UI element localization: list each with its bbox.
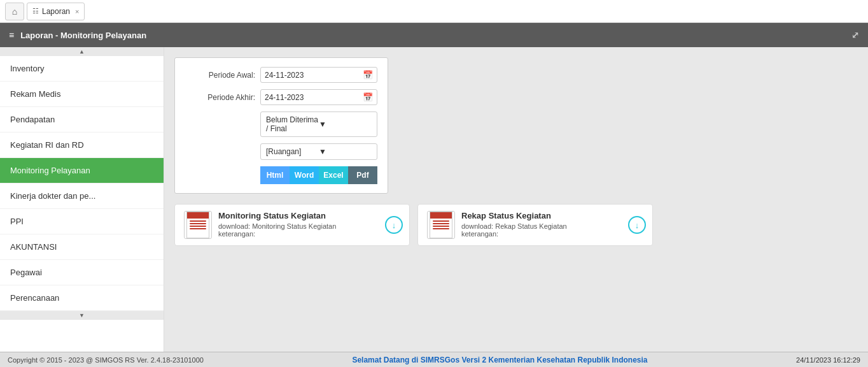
sidebar-scroll-up[interactable]: ▲ bbox=[0, 47, 164, 56]
sidebar-item-inventory[interactable]: Inventory bbox=[0, 56, 164, 82]
sidebar-item-pendapatan[interactable]: Pendapatan bbox=[0, 107, 164, 133]
laporan-tab[interactable]: ☷ Laporan × bbox=[27, 3, 85, 20]
card2-download: download: Rekap Status Kegiatan bbox=[461, 222, 643, 230]
card1-download: download: Monitoring Status Kegiatan bbox=[218, 222, 400, 230]
sidebar-item-rekam-medis[interactable]: Rekam Medis bbox=[0, 82, 164, 107]
status-dropdown[interactable]: Belum Diterima / Final ▼ bbox=[260, 112, 377, 137]
periode-awal-input-wrap: 📅 bbox=[260, 67, 377, 83]
sidebar-item-perencanaan[interactable]: Perencanaan bbox=[0, 285, 164, 311]
sidebar-item-kegiatan-ri-rd[interactable]: Kegiatan RI dan RD bbox=[0, 133, 164, 158]
card1-note: keterangan: bbox=[218, 230, 400, 238]
sidebar-label-kegiatan-ri-rd: Kegiatan RI dan RD bbox=[10, 140, 84, 150]
ruangan-dropdown[interactable]: [Ruangan] ▼ bbox=[260, 143, 377, 160]
card1-red-bar bbox=[187, 212, 209, 219]
tab-doc-icon: ☷ bbox=[32, 7, 39, 15]
sidebar-item-pegawai[interactable]: Pegawai bbox=[0, 260, 164, 285]
card2-text: Rekap Status Kegiatan download: Rekap St… bbox=[461, 211, 643, 238]
button-row: Html Word Excel Pdf bbox=[185, 166, 377, 184]
footer: Copyright © 2015 - 2023 @ SIMGOS RS Ver.… bbox=[0, 352, 868, 367]
sidebar-label-akuntansi: AKUNTANSI bbox=[10, 242, 57, 252]
card2-red-bar bbox=[430, 212, 452, 219]
periode-awal-row: Periode Awal: 📅 bbox=[185, 67, 377, 83]
pdf-button[interactable]: Pdf bbox=[348, 166, 377, 184]
status-dropdown-arrow: ▼ bbox=[319, 120, 372, 129]
cards-section: Monitoring Status Kegiatan download: Mon… bbox=[174, 204, 653, 246]
sidebar-item-ppi[interactable]: PPI bbox=[0, 209, 164, 234]
expand-icon[interactable]: ⤢ bbox=[851, 30, 859, 40]
form-section: Periode Awal: 📅 Periode Akhir: 📅 bbox=[174, 57, 388, 194]
html-button[interactable]: Html bbox=[260, 166, 290, 184]
dropdown2-row: [Ruangan] ▼ bbox=[185, 143, 377, 160]
sidebar-label-monitoring-pelayanan: Monitoring Pelayanan bbox=[10, 166, 90, 175]
card1-title: Monitoring Status Kegiatan bbox=[218, 211, 400, 220]
sidebar-label-pegawai: Pegawai bbox=[10, 268, 42, 277]
top-bar: ⌂ ☷ Laporan × bbox=[0, 0, 868, 23]
sidebar-item-kinerja-dokter[interactable]: Kinerja dokter dan pe... bbox=[0, 184, 164, 209]
tab-label: Laporan bbox=[42, 7, 70, 16]
sidebar-label-ppi: PPI bbox=[10, 217, 24, 226]
sidebar-item-akuntansi[interactable]: AKUNTANSI bbox=[0, 234, 164, 260]
sidebar-label-rekam-medis: Rekam Medis bbox=[10, 89, 60, 99]
sidebar: ▲ Inventory Rekam Medis Pendapatan Kegia… bbox=[0, 47, 164, 352]
periode-akhir-input[interactable] bbox=[265, 93, 360, 102]
card2-note: keterangan: bbox=[461, 230, 643, 238]
home-icon: ⌂ bbox=[12, 6, 17, 17]
menu-icon[interactable]: ≡ bbox=[9, 30, 14, 40]
format-buttons: Html Word Excel Pdf bbox=[260, 166, 377, 184]
copyright-text: Copyright © 2015 - 2023 @ SIMGOS RS Ver.… bbox=[8, 356, 204, 364]
sidebar-scroll-down[interactable]: ▼ bbox=[0, 311, 164, 320]
sidebar-label-kinerja-dokter: Kinerja dokter dan pe... bbox=[10, 191, 95, 201]
card1-icon-wrap bbox=[184, 211, 212, 239]
datetime-text: 24/11/2023 16:12:29 bbox=[796, 356, 860, 364]
periode-awal-label: Periode Awal: bbox=[185, 71, 255, 80]
content-area: Periode Awal: 📅 Periode Akhir: 📅 bbox=[164, 47, 868, 352]
status-dropdown-value: Belum Diterima / Final bbox=[266, 115, 319, 133]
home-button[interactable]: ⌂ bbox=[5, 3, 24, 20]
word-button[interactable]: Word bbox=[290, 166, 319, 184]
card2-title: Rekap Status Kegiatan bbox=[461, 211, 643, 220]
marquee-text: Selamat Datang di SIMRSGos Versi 2 Kemen… bbox=[352, 356, 647, 364]
tab-close-icon[interactable]: × bbox=[75, 8, 79, 15]
sidebar-label-pendapatan: Pendapatan bbox=[10, 115, 55, 124]
card2-doc-lines bbox=[433, 220, 449, 231]
title-bar: ≡ Laporan - Monitoring Pelayanan ⤢ bbox=[0, 23, 868, 47]
card1-doc-lines bbox=[190, 220, 206, 231]
sidebar-item-monitoring-pelayanan[interactable]: Monitoring Pelayanan bbox=[0, 158, 164, 184]
card2-icon-wrap bbox=[427, 211, 455, 239]
page-title: Laporan - Monitoring Pelayanan bbox=[20, 31, 146, 40]
card1-download-button[interactable]: ↓ bbox=[385, 216, 403, 234]
periode-akhir-input-wrap: 📅 bbox=[260, 89, 377, 105]
card2-download-button[interactable]: ↓ bbox=[628, 216, 646, 234]
sidebar-label-inventory: Inventory bbox=[10, 64, 44, 73]
ruangan-dropdown-value: [Ruangan] bbox=[266, 147, 319, 156]
excel-button[interactable]: Excel bbox=[319, 166, 348, 184]
periode-awal-input[interactable] bbox=[265, 71, 360, 80]
sidebar-label-perencanaan: Perencanaan bbox=[10, 293, 59, 303]
periode-akhir-calendar-icon[interactable]: 📅 bbox=[363, 92, 373, 102]
periode-awal-calendar-icon[interactable]: 📅 bbox=[363, 70, 373, 80]
rekap-status-card[interactable]: Rekap Status Kegiatan download: Rekap St… bbox=[417, 204, 653, 246]
periode-akhir-label: Periode Akhir: bbox=[185, 93, 255, 102]
periode-akhir-row: Periode Akhir: 📅 bbox=[185, 89, 377, 105]
dropdown1-row: Belum Diterima / Final ▼ bbox=[185, 112, 377, 137]
ruangan-dropdown-arrow: ▼ bbox=[319, 147, 372, 156]
monitoring-status-card[interactable]: Monitoring Status Kegiatan download: Mon… bbox=[174, 204, 410, 246]
main-layout: ▲ Inventory Rekam Medis Pendapatan Kegia… bbox=[0, 47, 868, 352]
card1-text: Monitoring Status Kegiatan download: Mon… bbox=[218, 211, 400, 238]
